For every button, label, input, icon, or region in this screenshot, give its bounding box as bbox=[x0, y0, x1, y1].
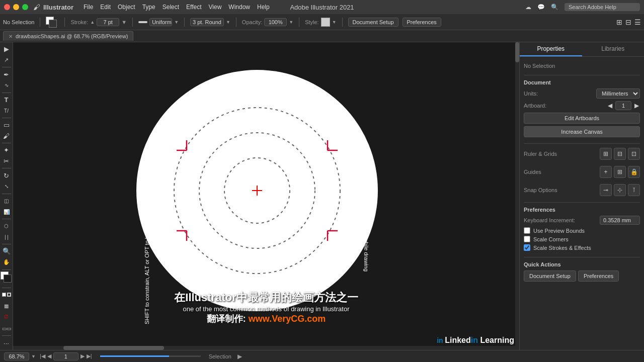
tool-rotate[interactable]: ↻ bbox=[1, 170, 12, 180]
tab-label: drawbasicShapes.ai @ 68.7% (RGB/Preview) bbox=[16, 33, 128, 39]
menu-file[interactable]: File bbox=[84, 4, 93, 11]
stroke-cap-dropdown[interactable]: ▼ bbox=[226, 20, 230, 25]
tool-graph[interactable]: ∣∣ bbox=[1, 232, 12, 242]
menu-icon[interactable]: ☰ bbox=[634, 18, 641, 26]
tool-scale[interactable]: ⤡ bbox=[1, 182, 12, 192]
tab-close-icon[interactable]: ✕ bbox=[9, 34, 13, 39]
style-dropdown[interactable]: ▼ bbox=[332, 20, 337, 25]
menu-effect[interactable]: Effect bbox=[186, 4, 201, 11]
canvas-area[interactable]: Remember to keep key(s) held down until … bbox=[13, 42, 519, 350]
menu-edit[interactable]: Edit bbox=[100, 4, 111, 11]
stroke-cap-value[interactable]: 3 pt. Round bbox=[190, 18, 224, 26]
tool-curvature[interactable]: ∿ bbox=[1, 80, 12, 90]
tool-hand[interactable]: ✋ bbox=[1, 257, 12, 267]
tool-gradient[interactable]: ◫ bbox=[1, 196, 12, 206]
tool-shape[interactable]: ▭ bbox=[1, 120, 12, 130]
menu-type[interactable]: Type bbox=[142, 4, 155, 11]
traffic-lights bbox=[4, 4, 28, 10]
tool-eraser[interactable]: ✦ bbox=[1, 145, 12, 155]
keyboard-increment-row: Keyboard Increment: bbox=[524, 216, 640, 225]
stroke-value[interactable]: 7 pt bbox=[97, 18, 119, 26]
stroke-swatch[interactable] bbox=[49, 20, 57, 28]
stroke-icon[interactable] bbox=[7, 293, 11, 297]
play-icon[interactable]: ▶ bbox=[237, 353, 242, 360]
background-color[interactable] bbox=[4, 275, 12, 283]
menu-window[interactable]: Window bbox=[228, 4, 250, 11]
tool-zoom[interactable]: 🔍 bbox=[1, 246, 12, 256]
tab-libraries[interactable]: Libraries bbox=[582, 42, 645, 56]
ruler-icon[interactable]: ⊞ bbox=[600, 148, 612, 160]
minimize-button[interactable] bbox=[13, 4, 19, 10]
page-prev[interactable]: ◀ bbox=[47, 353, 51, 359]
selection-label: No Selection bbox=[3, 19, 34, 25]
tool-sep-2 bbox=[2, 93, 11, 93]
tool-type-touch[interactable]: T/ bbox=[1, 106, 12, 116]
tool-gradient-linear[interactable]: ▦ bbox=[1, 301, 12, 311]
pixel-grid-icon[interactable]: ⊡ bbox=[628, 148, 640, 160]
tool-blend[interactable]: ⬡ bbox=[1, 221, 12, 231]
scale-corners-checkbox[interactable] bbox=[524, 236, 530, 242]
opacity-dropdown[interactable]: ▼ bbox=[289, 20, 293, 25]
panel-content: No Selection Document Units: Millimeters… bbox=[520, 57, 644, 350]
menu-object[interactable]: Object bbox=[118, 4, 135, 11]
edit-artboards-button[interactable]: Edit Artboards bbox=[524, 113, 640, 124]
quick-preferences-button[interactable]: Preferences bbox=[578, 270, 619, 282]
tool-select-arrow[interactable]: ▶ bbox=[1, 44, 12, 54]
artboard-next[interactable]: ▶ bbox=[633, 102, 640, 109]
stroke-type-value[interactable]: Uniform bbox=[149, 18, 172, 26]
page-input[interactable] bbox=[53, 352, 78, 360]
tool-direct-select[interactable]: ↗ bbox=[1, 55, 12, 65]
search-bar[interactable]: Search Adobe Help bbox=[565, 3, 640, 11]
stroke-line bbox=[138, 21, 147, 23]
page-next[interactable]: ▶ bbox=[80, 353, 85, 359]
tool-pen[interactable]: ✒ bbox=[1, 69, 12, 79]
quick-doc-setup-button[interactable]: Document Setup bbox=[524, 270, 576, 282]
use-preview-bounds-checkbox[interactable] bbox=[524, 227, 530, 234]
close-button[interactable] bbox=[4, 4, 10, 10]
vertical-scrollbar-thumb[interactable] bbox=[515, 42, 519, 62]
tool-scissors[interactable]: ✂ bbox=[1, 156, 12, 166]
snap-pixel-icon[interactable]: ⊺ bbox=[628, 184, 640, 196]
tool-paintbrush[interactable]: 🖌 bbox=[1, 131, 12, 141]
tool-more[interactable]: ··· bbox=[1, 338, 12, 348]
units-select[interactable]: Millimeters bbox=[596, 88, 640, 99]
distribute-icon[interactable]: ⊟ bbox=[625, 18, 631, 26]
menu-select[interactable]: Select bbox=[163, 4, 179, 11]
horizontal-scrollbar-thumb[interactable] bbox=[63, 346, 164, 350]
preferences-button[interactable]: Preferences bbox=[403, 18, 441, 27]
fill-icon[interactable] bbox=[2, 293, 6, 297]
opacity-value[interactable]: 100% bbox=[264, 18, 287, 26]
document-setup-button[interactable]: Document Setup bbox=[348, 18, 398, 27]
zoom-dropdown[interactable]: ▼ bbox=[31, 354, 36, 359]
app-name: Illustrator bbox=[43, 4, 73, 11]
guide-edit-icon[interactable]: ⊞ bbox=[614, 166, 626, 178]
guide-lock-icon[interactable]: 🔒 bbox=[628, 166, 640, 178]
artboard-input[interactable] bbox=[615, 101, 631, 110]
increase-canvas-button[interactable]: Increase Canvas bbox=[524, 126, 640, 137]
tool-type[interactable]: T bbox=[1, 95, 12, 105]
divider-1 bbox=[524, 75, 640, 75]
guide-add-icon[interactable]: + bbox=[600, 166, 612, 178]
keyboard-increment-input[interactable] bbox=[600, 216, 640, 225]
menu-help[interactable]: Help bbox=[257, 4, 270, 11]
tab-properties[interactable]: Properties bbox=[520, 42, 582, 56]
tool-artboard[interactable]: ▭▭ bbox=[1, 324, 12, 334]
page-last[interactable]: ▶| bbox=[87, 353, 92, 359]
grid-icon[interactable]: ⊟ bbox=[614, 148, 626, 160]
zoom-input[interactable]: 68.7% bbox=[4, 352, 29, 360]
maximize-button[interactable] bbox=[22, 4, 28, 10]
sep2 bbox=[64, 18, 65, 27]
page-first[interactable]: |◀ bbox=[40, 353, 45, 359]
menu-view[interactable]: View bbox=[209, 4, 222, 11]
document-tab[interactable]: ✕ drawbasicShapes.ai @ 68.7% (RGB/Previe… bbox=[3, 31, 133, 41]
snap-point-icon[interactable]: ⊸ bbox=[600, 184, 612, 196]
snap-grid-icon[interactable]: ⊹ bbox=[614, 184, 626, 196]
stroke-type-dropdown[interactable]: ▼ bbox=[174, 20, 179, 25]
artboard-prev[interactable]: ◀ bbox=[607, 102, 613, 109]
tool-none[interactable]: ∅ bbox=[1, 312, 12, 322]
align-left-icon[interactable]: ⊞ bbox=[616, 18, 622, 26]
preferences-section-title: Preferences bbox=[524, 207, 640, 213]
stroke-dropdown-icon[interactable]: ▼ bbox=[121, 19, 127, 25]
tool-chart[interactable]: 📊 bbox=[1, 207, 12, 217]
scale-strokes-effects-checkbox[interactable] bbox=[524, 244, 530, 251]
